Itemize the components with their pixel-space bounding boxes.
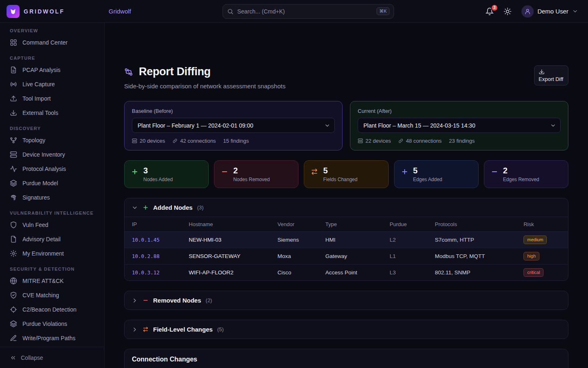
diff-summary-cards: 3Nodes Added 2Nodes Removed 5Fields Chan… — [124, 160, 568, 188]
search-bar: ⌘K — [223, 4, 394, 19]
risk-badge: medium — [523, 236, 547, 244]
field-level-changes-header[interactable]: Field-Level Changes (5) — [125, 320, 568, 339]
col-header-protocols: Protocols — [429, 217, 518, 232]
connection-changes-title: Connection Changes — [125, 349, 568, 368]
sidebar-item-live-capture[interactable]: Live Capture — [0, 77, 104, 91]
sidebar-item-pcap-analysis[interactable]: PCAP Analysis — [0, 63, 104, 77]
swap-icon — [311, 168, 318, 175]
devices-icon — [132, 138, 137, 144]
removed-nodes-header[interactable]: Removed Nodes (2) — [125, 291, 568, 310]
minus-icon — [143, 297, 149, 303]
section-label-capture: CAPTURE — [0, 49, 104, 63]
gear-icon — [10, 250, 17, 257]
radio-icon — [10, 81, 17, 88]
layers-icon — [10, 320, 17, 328]
sun-icon — [503, 7, 512, 16]
app-root: GRIDWOLF Gridwolf ⌘K 3 Demo User — [0, 0, 588, 368]
sidebar-item-write-program-paths[interactable]: Write/Program Paths — [0, 331, 104, 345]
diff-icon — [124, 67, 133, 76]
fingerprint-icon — [10, 194, 17, 201]
sidebar-item-purdue-model[interactable]: Purdue Model — [0, 176, 104, 190]
search-icon — [227, 8, 234, 15]
main-content: Report Diffing Side-by-side comparison o… — [105, 23, 588, 368]
section-label-discovery: DISCOVERY — [0, 120, 104, 133]
breadcrumb[interactable]: Gridwolf — [109, 8, 131, 15]
user-menu[interactable]: Demo User — [521, 5, 578, 18]
sidebar: OVERVIEW Command Center CAPTURE PCAP Ana… — [0, 23, 105, 368]
page-subtitle: Side-by-side comparison of network asses… — [124, 83, 285, 90]
added-nodes-header[interactable]: Added Nodes (3) — [125, 198, 568, 217]
chevrons-left-icon — [10, 355, 16, 361]
sidebar-item-c2-beacon-detection[interactable]: C2/Beacon Detection — [0, 302, 104, 316]
sidebar-collapse-button[interactable]: Collapse — [0, 347, 104, 368]
brand[interactable]: GRIDWOLF — [7, 5, 101, 18]
sidebar-item-command-center[interactable]: Command Center — [0, 35, 104, 49]
baseline-devices-stat: 20 devices — [132, 138, 165, 144]
risk-badge: critical — [523, 268, 543, 277]
removed-nodes-section: Removed Nodes (2) — [124, 291, 568, 310]
user-icon — [524, 8, 531, 15]
field-level-changes-section: Field-Level Changes (5) — [124, 320, 568, 339]
notification-badge: 3 — [491, 4, 499, 11]
sidebar-item-external-tools[interactable]: External Tools — [0, 105, 104, 120]
table-header-row: IP Hostname Vendor Type Purdue Protocols… — [125, 217, 568, 232]
added-nodes-section: Added Nodes (3) IP Hostname Vendor Type … — [124, 198, 568, 281]
col-header-vendor: Vendor — [272, 217, 320, 232]
topbar-actions: 3 Demo User — [486, 5, 578, 18]
theme-toggle-button[interactable] — [503, 7, 513, 16]
download-icon — [539, 69, 545, 75]
col-header-type: Type — [320, 217, 384, 232]
sidebar-item-advisory-detail[interactable]: Advisory Detail — [0, 232, 104, 246]
baseline-snapshot-select[interactable]: Plant Floor – February 1 — 2024-02-01 09… — [132, 118, 335, 133]
col-header-purdue: Purdue — [384, 217, 429, 232]
devices-icon — [358, 138, 363, 144]
swap-icon — [143, 326, 149, 332]
user-name: Demo User — [537, 8, 568, 15]
chevron-right-icon — [131, 297, 138, 304]
section-label-security-detection: SECURITY & DETECTION — [0, 260, 104, 274]
table-row[interactable]: 10.0.2.88 SENSOR-GATEWAY Moxa Gateway L1… — [125, 248, 568, 265]
section-label-overview: OVERVIEW — [0, 26, 104, 35]
sidebar-item-my-environment[interactable]: My Environment — [0, 246, 104, 260]
col-header-ip: IP — [125, 217, 183, 232]
snapshot-comparison: Baseline (Before) Plant Floor – February… — [124, 101, 568, 150]
export-diff-button[interactable]: Export Diff — [534, 65, 568, 85]
file-text-icon — [10, 66, 17, 74]
topbar: GRIDWOLF Gridwolf ⌘K 3 Demo User — [0, 0, 588, 23]
notifications-button[interactable]: 3 — [486, 7, 495, 16]
baseline-connections-stat: 42 connections — [172, 138, 216, 144]
network-icon — [10, 137, 17, 144]
nodes-added-card: 3Nodes Added — [124, 160, 209, 188]
chevron-down-icon — [131, 204, 138, 211]
link-icon — [172, 138, 178, 144]
current-snapshot-select[interactable]: Plant Floor – March 15 — 2024-03-15 14:3… — [358, 118, 561, 133]
current-panel: Current (After) Plant Floor – March 15 —… — [350, 101, 568, 150]
sidebar-item-tool-import[interactable]: Tool Import — [0, 91, 104, 105]
added-nodes-table: IP Hostname Vendor Type Purdue Protocols… — [125, 217, 568, 280]
table-row[interactable]: 10.0.3.12 WIFI-AP-FLOOR2 Cisco Access Po… — [125, 265, 568, 281]
connection-changes-section: Connection Changes Change Source Destina… — [124, 349, 568, 368]
shield-icon — [10, 221, 17, 229]
activity-icon — [10, 165, 17, 173]
minus-icon — [221, 168, 228, 175]
sidebar-item-topology[interactable]: Topology — [0, 133, 104, 147]
sidebar-item-device-inventory[interactable]: Device Inventory — [0, 147, 104, 162]
edges-removed-card: 2Edges Removed — [484, 160, 568, 188]
current-connections-stat: 48 connections — [398, 138, 441, 144]
sidebar-item-signatures[interactable]: Signatures — [0, 190, 104, 204]
baseline-label: Baseline (Before) — [132, 108, 335, 114]
sidebar-item-cve-matching[interactable]: CVE Matching — [0, 288, 104, 302]
sidebar-item-purdue-violations[interactable]: Purdue Violations — [0, 316, 104, 331]
col-header-risk: Risk — [518, 217, 568, 232]
current-label: Current (After) — [358, 108, 561, 114]
crosshair-icon — [10, 306, 17, 313]
baseline-findings-stat: 15 findings — [223, 138, 249, 144]
shield-check-icon — [10, 292, 17, 299]
sidebar-item-mitre-attack[interactable]: MITRE ATT&CK — [0, 274, 104, 288]
sidebar-item-vuln-feed[interactable]: Vuln Feed — [0, 218, 104, 232]
risk-badge: high — [523, 252, 539, 260]
table-row[interactable]: 10.0.1.45 NEW-HMI-03 Siemens HMI L2 S7co… — [125, 232, 568, 248]
current-findings-stat: 23 findings — [449, 138, 475, 144]
sidebar-item-protocol-analysis[interactable]: Protocol Analysis — [0, 162, 104, 176]
search-input[interactable] — [237, 8, 373, 15]
